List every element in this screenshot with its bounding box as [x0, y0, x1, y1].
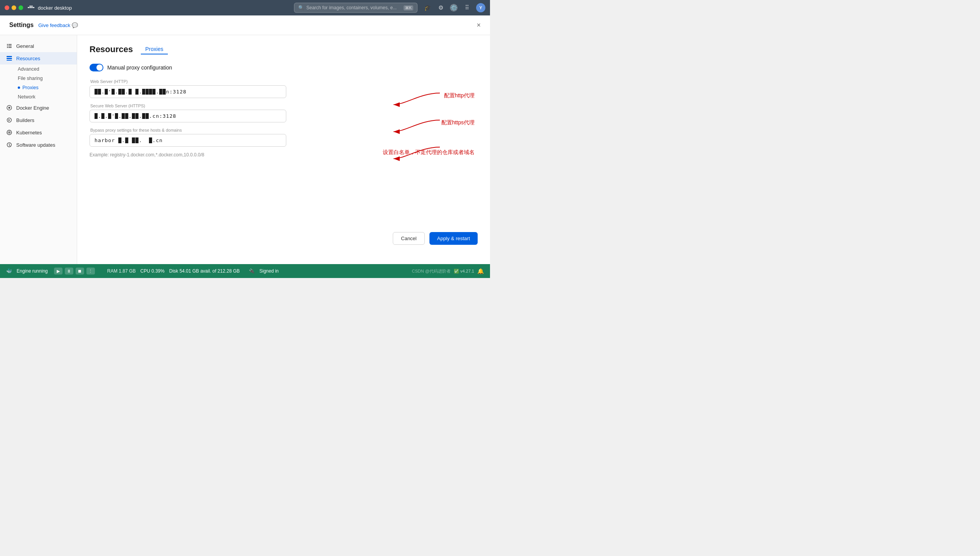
- bypass-field-group: Bypass proxy settings for these hosts & …: [90, 128, 478, 147]
- status-bar: 🐳 Engine running ▶ ⏸ ⏹ ⋮ RAM 1.87 GB CPU…: [0, 264, 490, 278]
- sidebar: General Resources Advanced: [0, 35, 77, 264]
- http-field-label: Web Server (HTTP): [90, 79, 478, 84]
- svg-rect-7: [7, 58, 12, 59]
- tab-bar: Proxies: [141, 44, 168, 54]
- builders-icon: [6, 117, 12, 123]
- annotation-https: 配置https代理: [441, 119, 475, 126]
- kbd-shortcut: ⌘K: [404, 5, 413, 10]
- svg-rect-6: [7, 56, 12, 57]
- settings-icon[interactable]: ⚙️: [450, 4, 458, 12]
- version-label: ✅ v4.27.1: [454, 269, 474, 274]
- give-feedback-label: Give feedback: [38, 22, 70, 28]
- sidebar-item-resources-label: Resources: [16, 56, 40, 61]
- sidebar-item-docker-engine[interactable]: Docker Engine: [0, 102, 77, 114]
- sidebar-item-kubernetes-label: Kubernetes: [16, 130, 42, 136]
- titlebar-icons: 🎓 ⚙ ⚙️ ⠿ Y: [424, 3, 485, 12]
- engine-running-label: Engine running: [17, 268, 48, 274]
- play-button[interactable]: ▶: [54, 268, 63, 275]
- annotation-bypass: 设置白名单，不走代理的仓库或者域名: [383, 149, 475, 156]
- svg-rect-2: [31, 7, 33, 8]
- sidebar-item-docker-engine-label: Docker Engine: [16, 105, 49, 111]
- http-field-group: Web Server (HTTP): [90, 79, 478, 98]
- close-button[interactable]: ×: [476, 21, 481, 29]
- svg-rect-5: [33, 7, 35, 8]
- sidebar-item-general-label: General: [16, 43, 34, 49]
- ram-stat: RAM 1.87 GB: [107, 268, 136, 274]
- disk-stat: Disk 54.01 GB avail. of 212.28 GB: [169, 268, 240, 274]
- engine-running-icon: 🐳: [6, 268, 12, 274]
- titlebar: docker desktop 🔍 Search for images, cont…: [0, 0, 490, 15]
- toggle-label: Manual proxy configuration: [107, 64, 172, 71]
- action-buttons: Cancel Apply & restart: [393, 232, 478, 245]
- traffic-lights: [5, 5, 23, 10]
- proxies-label: Proxies: [22, 85, 39, 90]
- sidebar-item-general[interactable]: General: [0, 40, 77, 52]
- sidebar-sub-file-sharing[interactable]: File sharing: [15, 74, 77, 83]
- proxies-dot: [18, 86, 20, 89]
- settings-title: Settings: [9, 22, 34, 29]
- general-icon: [6, 43, 12, 49]
- cpu-stat: CPU 0.39%: [140, 268, 165, 274]
- signed-in-label: Signed in: [259, 268, 279, 274]
- svg-rect-0: [28, 7, 29, 8]
- apply-restart-button[interactable]: Apply & restart: [429, 232, 478, 245]
- app-name: docker desktop: [38, 5, 72, 11]
- playback-controls: ▶ ⏸ ⏹ ⋮: [54, 268, 95, 275]
- grid-icon[interactable]: ⠿: [463, 4, 471, 12]
- learn-icon[interactable]: 🎓: [424, 4, 431, 12]
- search-icon: 🔍: [298, 5, 304, 10]
- bell-icon[interactable]: 🔔: [477, 268, 484, 274]
- settings-window: Settings Give feedback 💬 × General: [0, 15, 490, 278]
- settings-header: Settings Give feedback 💬 ×: [0, 15, 490, 35]
- svg-rect-1: [30, 7, 31, 8]
- bypass-input[interactable]: [90, 134, 286, 147]
- svg-rect-4: [30, 6, 31, 7]
- file-sharing-label: File sharing: [18, 76, 43, 81]
- http-input[interactable]: [90, 85, 286, 98]
- sidebar-item-resources[interactable]: Resources: [0, 52, 77, 64]
- sidebar-item-software-updates[interactable]: Engine running Software updates: [0, 139, 77, 151]
- tab-proxies[interactable]: Proxies: [141, 44, 168, 54]
- search-placeholder: Search for images, containers, volumes, …: [306, 5, 397, 10]
- https-input[interactable]: [90, 110, 286, 122]
- pause-button[interactable]: ⏸: [65, 268, 73, 275]
- resources-icon: [6, 55, 12, 61]
- kubernetes-icon: [6, 129, 12, 136]
- toggle-row: Manual proxy configuration: [90, 64, 478, 71]
- give-feedback-link[interactable]: Give feedback 💬: [38, 22, 78, 28]
- sidebar-item-kubernetes[interactable]: Kubernetes: [0, 126, 77, 139]
- annotation-http: 配置http代理: [444, 92, 475, 99]
- docker-engine-icon: [6, 105, 12, 111]
- main-content: Resources Proxies Manual proxy configura…: [77, 35, 490, 264]
- cancel-button[interactable]: Cancel: [393, 232, 424, 245]
- close-traffic-light[interactable]: [5, 5, 9, 10]
- minimize-traffic-light[interactable]: [12, 5, 16, 10]
- sidebar-sub-proxies[interactable]: Proxies: [15, 83, 77, 92]
- page-title: Resources: [90, 44, 133, 54]
- settings-body: General Resources Advanced: [0, 35, 490, 264]
- advanced-label: Advanced: [18, 66, 39, 72]
- avatar[interactable]: Y: [476, 3, 485, 12]
- svg-point-10: [8, 107, 10, 109]
- more-button[interactable]: ⋮: [86, 268, 95, 275]
- page-header: Resources Proxies: [90, 44, 478, 54]
- app-logo: docker desktop: [28, 5, 72, 11]
- bottom-right: CSDN @代码进阶者 ✅ v4.27.1 🔔: [412, 268, 484, 274]
- stop-button[interactable]: ⏹: [76, 268, 84, 275]
- hdd-icon: 🔌: [249, 268, 255, 274]
- sidebar-sub-resources: Advanced File sharing Proxies Network: [0, 64, 77, 102]
- extensions-icon[interactable]: ⚙: [437, 4, 444, 12]
- csdn-watermark: CSDN @代码进阶者: [412, 268, 450, 274]
- search-bar[interactable]: 🔍 Search for images, containers, volumes…: [294, 3, 417, 13]
- sidebar-sub-network[interactable]: Network: [15, 92, 77, 102]
- https-field-label: Secure Web Server (HTTPS): [90, 103, 478, 108]
- sidebar-sub-advanced[interactable]: Advanced: [15, 64, 77, 74]
- toggle-knob: [96, 64, 103, 71]
- maximize-traffic-light[interactable]: [19, 5, 23, 10]
- software-updates-icon: [6, 142, 12, 148]
- bypass-field-label: Bypass proxy settings for these hosts & …: [90, 128, 478, 132]
- sidebar-item-builders[interactable]: Builders: [0, 114, 77, 126]
- manual-proxy-toggle[interactable]: [90, 64, 103, 71]
- sidebar-item-builders-label: Builders: [16, 117, 34, 123]
- svg-rect-3: [31, 6, 33, 7]
